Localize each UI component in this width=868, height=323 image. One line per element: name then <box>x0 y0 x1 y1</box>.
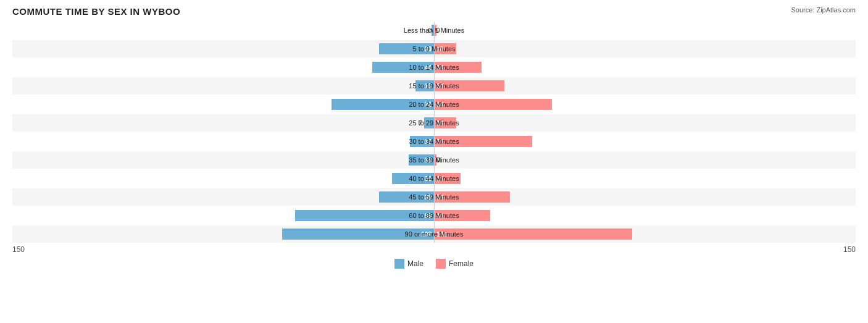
female-value-inside: 40 <box>436 212 443 219</box>
legend-female-box <box>436 259 446 269</box>
female-value-inside: 16 <box>436 46 443 52</box>
bar-female: 141 <box>434 229 632 240</box>
right-section: 84 <box>434 96 856 113</box>
legend-male-label: Male <box>407 259 424 268</box>
bar-female: 19 <box>434 173 461 184</box>
bar-female: 84 <box>434 99 552 110</box>
right-section: 0 <box>434 151 856 169</box>
male-value-inside: 44 <box>425 64 432 71</box>
chart-source: Source: ZipAtlas.com <box>791 6 856 14</box>
right-section: 19 <box>434 170 856 187</box>
left-section: 30 <box>12 170 434 187</box>
left-section: 39 <box>12 40 434 57</box>
male-value-inside: 99 <box>425 212 432 219</box>
right-section: 40 <box>434 207 856 224</box>
female-value-inside: 141 <box>436 231 447 238</box>
chart-container: COMMUTE TIME BY SEX IN WYBOO Source: Zip… <box>0 0 868 323</box>
male-value-outside: 7 <box>419 119 422 127</box>
left-section: 39 <box>12 188 434 206</box>
legend-female: Female <box>436 259 474 269</box>
left-section: 0 <box>12 22 434 39</box>
male-value-inside: 39 <box>425 46 432 52</box>
right-section: 54 <box>434 188 856 206</box>
left-section: 73 <box>12 96 434 113</box>
chart-title: COMMUTE TIME BY SEX IN WYBOO <box>12 6 180 17</box>
female-value-inside: 70 <box>436 138 443 145</box>
bar-male: 17 <box>410 136 434 147</box>
bar-male: 18 <box>409 154 434 166</box>
axis-line <box>434 22 435 243</box>
right-section: 141 <box>434 225 856 243</box>
legend-male-box <box>394 259 404 269</box>
bar-female: 16 <box>434 43 456 54</box>
chart-header: COMMUTE TIME BY SEX IN WYBOO Source: Zip… <box>12 6 856 17</box>
bar-male <box>424 117 434 128</box>
female-value-inside: 16 <box>436 120 443 127</box>
bar-male: 44 <box>372 62 434 73</box>
left-section: 99 <box>12 207 434 224</box>
left-section: 7 <box>12 114 434 132</box>
right-section: 16 <box>434 40 856 57</box>
bar-male: 30 <box>392 173 434 184</box>
bar-male: 39 <box>379 191 434 203</box>
left-section: 13 <box>12 77 434 94</box>
bar-female: 50 <box>434 80 504 91</box>
right-section: 70 <box>434 133 856 150</box>
male-value-inside: 17 <box>425 138 432 145</box>
left-section: 18 <box>12 151 434 169</box>
chart-legend: Male Female <box>12 259 856 269</box>
bar-female: 70 <box>434 136 532 147</box>
bar-female: 40 <box>434 210 490 221</box>
axis-min-label: 150 <box>12 245 25 254</box>
female-value-inside: 19 <box>436 175 443 182</box>
bar-female: 54 <box>434 191 510 203</box>
male-value-inside: 73 <box>425 101 432 108</box>
bottom-axis: 150 150 <box>12 245 856 254</box>
left-section: 108 <box>12 225 434 243</box>
right-section: 34 <box>434 59 856 76</box>
axis-max-label: 150 <box>843 245 856 254</box>
right-section: 16 <box>434 114 856 132</box>
bar-male: 108 <box>282 229 434 240</box>
male-value-inside: 13 <box>425 83 432 90</box>
bar-male: 73 <box>332 99 434 110</box>
male-value-inside: 18 <box>425 157 432 164</box>
male-value-inside: 39 <box>425 194 432 201</box>
right-section: 0 <box>434 22 856 39</box>
female-value-zero: 0 <box>436 156 440 164</box>
female-value-inside: 84 <box>436 101 443 108</box>
bar-male: 99 <box>295 210 434 221</box>
male-value-zero: 0 <box>428 27 432 34</box>
female-value-zero: 0 <box>436 27 440 34</box>
bar-male: 13 <box>415 80 434 91</box>
bar-female: 16 <box>434 117 456 128</box>
chart-body: 0 Less than 5 Minutes 0 39 5 to 9 Minute… <box>12 22 856 243</box>
male-value-inside: 30 <box>425 175 432 182</box>
legend-female-label: Female <box>449 259 474 268</box>
female-value-inside: 54 <box>436 194 443 201</box>
left-section: 17 <box>12 133 434 150</box>
legend-male: Male <box>394 259 424 269</box>
right-section: 50 <box>434 77 856 94</box>
bar-female: 34 <box>434 62 482 73</box>
left-section: 44 <box>12 59 434 76</box>
female-value-inside: 50 <box>436 83 443 90</box>
bar-male: 39 <box>379 43 434 54</box>
male-value-inside: 108 <box>421 231 432 238</box>
female-value-inside: 34 <box>436 64 443 71</box>
